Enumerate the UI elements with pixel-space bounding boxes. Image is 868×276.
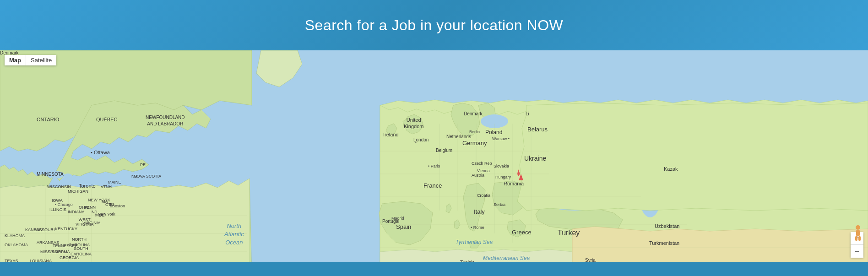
map-svg: ©2024 Google (0, 50, 868, 276)
pegman-icon[interactable] (852, 225, 863, 244)
svg-rect-28 (855, 236, 857, 241)
satellite-view-button[interactable]: Satellite (26, 55, 56, 65)
svg-rect-27 (856, 230, 860, 236)
svg-point-2 (50, 171, 64, 179)
svg-point-3 (63, 173, 72, 179)
hungary-marker (519, 174, 523, 180)
map-type-controls: Map Satellite (5, 55, 56, 65)
map-container[interactable]: ©2024 Google Map Satellite ONTARIO QUÉBE… (0, 50, 868, 276)
svg-point-26 (856, 225, 860, 230)
zoom-out-button[interactable]: − (851, 245, 863, 258)
svg-rect-29 (858, 236, 861, 241)
bottom-bar (0, 262, 868, 276)
page-title: Search for a Job in your location NOW (305, 17, 564, 34)
map-view-button[interactable]: Map (5, 55, 26, 65)
header: Search for a Job in your location NOW (0, 0, 868, 50)
